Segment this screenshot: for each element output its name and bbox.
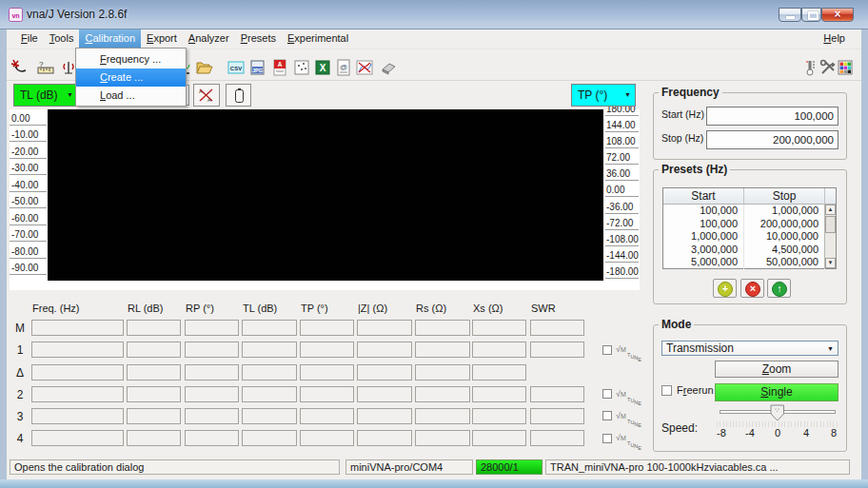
pdf-export-icon[interactable]: A	[270, 58, 289, 77]
tune-icon[interactable]: TUNE	[627, 388, 642, 405]
calibration-menu-item-frequency[interactable]: Frequency ...	[76, 50, 186, 68]
meas-cell[interactable]	[127, 408, 181, 424]
menu-presets[interactable]: Presets	[235, 29, 282, 49]
start-hz-input[interactable]: 100,000	[706, 107, 838, 126]
single-button[interactable]: Single	[715, 383, 838, 401]
freerun-checkbox[interactable]	[661, 385, 672, 396]
tune-icon[interactable]: TUNE	[627, 343, 642, 361]
meas-cell[interactable]	[530, 320, 584, 336]
meas-cell[interactable]	[242, 320, 297, 336]
jpg-export-icon[interactable]: JPG	[248, 58, 267, 77]
minimize-button[interactable]	[779, 8, 801, 22]
meas-cell[interactable]	[242, 386, 297, 402]
meas-cell[interactable]	[357, 408, 412, 424]
menu-experimental[interactable]: Experimental	[282, 29, 354, 49]
presets-col-header[interactable]: Start	[663, 188, 744, 204]
use-preset-button[interactable]: ↑	[767, 279, 791, 298]
palette-icon[interactable]	[836, 58, 855, 77]
meas-cell[interactable]	[357, 320, 412, 336]
meas-cell[interactable]	[415, 364, 470, 381]
delete-markers-button[interactable]: AA	[193, 84, 220, 107]
meas-cell[interactable]	[415, 320, 470, 336]
xy-chart-icon[interactable]	[355, 58, 374, 77]
row-checkbox[interactable]	[602, 345, 612, 355]
meas-cell[interactable]	[185, 386, 239, 402]
meas-cell[interactable]	[415, 408, 470, 424]
right-scale-select[interactable]: TP (°)▼	[571, 84, 636, 107]
maximize-button[interactable]	[801, 8, 821, 22]
preset-row[interactable]: 5,000,00050,000,000	[663, 256, 836, 269]
menu-file[interactable]: File	[15, 29, 44, 49]
sqrt-m-icon[interactable]: √M	[616, 411, 626, 420]
meas-cell[interactable]	[31, 364, 124, 381]
row-checkbox[interactable]	[602, 389, 612, 399]
wizard-icon[interactable]	[10, 58, 29, 77]
meas-cell[interactable]	[357, 430, 412, 446]
preset-row[interactable]: 1,000,00010,000,000	[663, 230, 836, 244]
meas-cell[interactable]	[415, 342, 470, 358]
preset-row[interactable]: 3,000,0004,500,000	[663, 244, 836, 257]
meas-cell[interactable]	[31, 430, 124, 446]
presets-col-header[interactable]: Stop	[744, 188, 825, 204]
calibration-menu-item-create[interactable]: Create ...	[76, 68, 186, 87]
meas-cell[interactable]	[127, 342, 181, 358]
menu-tools[interactable]: Tools	[44, 29, 80, 49]
mode-select[interactable]: Transmission▼	[661, 341, 838, 356]
meas-cell[interactable]	[127, 386, 181, 402]
meas-cell[interactable]	[31, 386, 124, 402]
meas-cell[interactable]	[472, 386, 526, 402]
scroll-down-button[interactable]: ▼	[825, 258, 836, 268]
close-button[interactable]: ×	[821, 8, 854, 22]
meas-cell[interactable]	[472, 364, 526, 381]
meas-cell[interactable]	[415, 386, 470, 402]
meas-cell[interactable]	[242, 342, 297, 358]
stop-hz-input[interactable]: 200,000,000	[706, 130, 838, 149]
meas-cell[interactable]	[300, 342, 354, 358]
meas-cell[interactable]	[31, 408, 124, 424]
thermometer-icon[interactable]	[801, 58, 820, 77]
meas-cell[interactable]	[185, 342, 239, 358]
csv-export-icon[interactable]: CSV	[227, 58, 246, 77]
meas-cell[interactable]	[530, 342, 584, 358]
row-checkbox[interactable]	[602, 434, 612, 443]
folder-open-icon[interactable]	[195, 58, 214, 77]
meas-cell[interactable]	[127, 430, 181, 446]
meas-cell[interactable]	[530, 386, 584, 402]
sqrt-m-icon[interactable]: √M	[616, 389, 626, 399]
preset-row[interactable]: 100,000200,000,000	[663, 218, 836, 231]
menu-help[interactable]: Help	[816, 29, 853, 49]
meas-cell[interactable]	[185, 320, 239, 336]
snp-export-icon[interactable]	[292, 58, 311, 77]
meas-cell[interactable]	[300, 408, 354, 424]
meas-cell[interactable]	[185, 364, 239, 381]
sqrt-m-icon[interactable]: √M	[616, 344, 626, 354]
row-checkbox[interactable]	[602, 411, 612, 420]
meas-cell[interactable]	[242, 364, 297, 381]
meas-cell[interactable]	[300, 364, 354, 381]
tools-icon[interactable]	[819, 58, 838, 77]
ruler-setup-icon[interactable]: ?	[36, 58, 55, 77]
meas-cell[interactable]	[242, 430, 297, 446]
meas-cell[interactable]	[357, 342, 412, 358]
speed-slider-thumb[interactable]	[770, 404, 785, 421]
meas-cell[interactable]	[185, 430, 239, 446]
meas-cell[interactable]	[357, 386, 412, 402]
eraser-icon[interactable]	[379, 58, 398, 77]
meas-cell[interactable]	[415, 430, 470, 446]
meas-cell[interactable]	[472, 320, 526, 336]
meas-cell[interactable]	[31, 342, 124, 358]
xls-export-icon[interactable]: X	[313, 58, 332, 77]
meas-cell[interactable]	[472, 342, 526, 358]
meas-cell[interactable]	[127, 320, 181, 336]
meas-cell[interactable]	[357, 364, 412, 381]
sqrt-m-icon[interactable]: √M	[616, 433, 626, 442]
left-scale-select[interactable]: TL (dB)▼	[13, 84, 78, 107]
meas-cell[interactable]	[300, 386, 354, 402]
report-icon[interactable]: @	[334, 58, 353, 77]
scroll-thumb[interactable]	[825, 216, 836, 233]
menu-export[interactable]: Export	[141, 29, 183, 49]
meas-cell[interactable]	[31, 320, 124, 336]
battery-button[interactable]	[226, 84, 251, 107]
meas-cell[interactable]	[242, 408, 297, 424]
meas-cell[interactable]	[530, 408, 584, 424]
